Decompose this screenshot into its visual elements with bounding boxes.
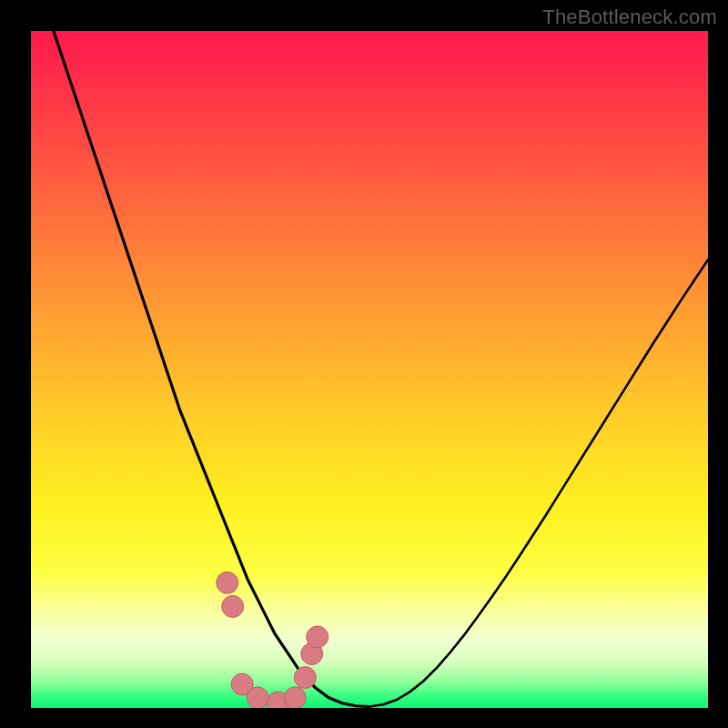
data-marker bbox=[284, 687, 306, 708]
curve-segment bbox=[31, 31, 369, 707]
data-marker bbox=[294, 667, 316, 689]
data-marker bbox=[222, 595, 244, 617]
data-marker bbox=[307, 626, 329, 648]
watermark-text: TheBottleneck.com bbox=[542, 5, 717, 29]
curve-segment bbox=[369, 259, 708, 706]
curves-layer bbox=[31, 31, 708, 708]
plot-area bbox=[31, 31, 708, 708]
data-marker bbox=[217, 571, 238, 593]
data-marker bbox=[247, 687, 268, 708]
chart-frame: TheBottleneck.com bbox=[0, 0, 728, 728]
